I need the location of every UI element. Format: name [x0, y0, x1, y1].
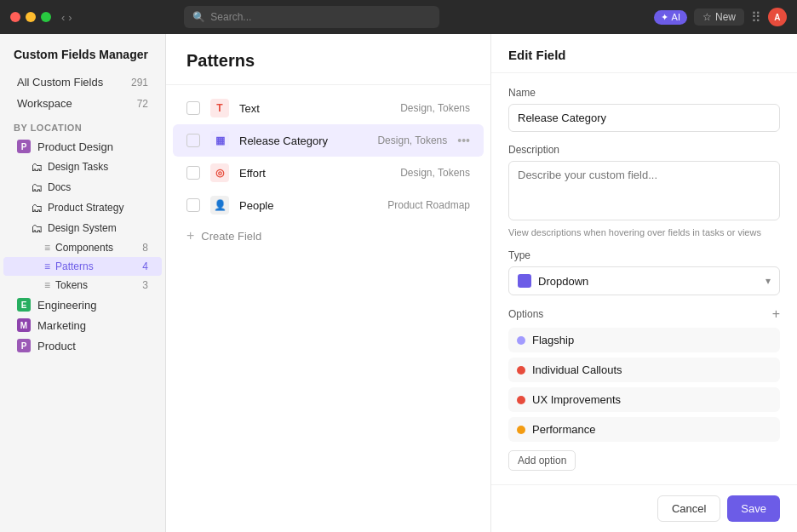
engineering-icon: E [17, 298, 31, 312]
option-performance: Performance [508, 417, 780, 442]
components-count: 8 [142, 242, 148, 254]
sidebar-item-components[interactable]: ≡ Components 8 [3, 238, 162, 257]
search-placeholder: Search... [210, 11, 251, 23]
search-icon: 🔍 [192, 11, 205, 23]
dropdown-select-icon [518, 274, 531, 288]
folder-icon: 🗂 [31, 160, 43, 174]
individual-callouts-label: Individual Callouts [532, 363, 622, 376]
tokens-count: 3 [142, 279, 148, 291]
folder-icon-docs: 🗂 [31, 180, 43, 194]
grid-icon[interactable]: ⠿ [751, 9, 761, 26]
edit-panel-header: Edit Field [491, 34, 797, 73]
sidebar-item-design-tasks[interactable]: 🗂 Design Tasks [3, 157, 162, 177]
effort-type-icon: ◎ [210, 163, 229, 182]
engineering-label: Engineering [37, 299, 96, 312]
by-location-label: BY LOCATION [0, 114, 165, 136]
text-type-icon: T [210, 99, 229, 117]
sidebar: Custom Fields Manager All Custom Fields … [0, 34, 166, 532]
field-checkbox-people[interactable] [186, 198, 200, 212]
forward-arrow[interactable]: › [68, 11, 72, 24]
field-row-effort[interactable]: ◎ Effort Design, Tokens [173, 157, 484, 189]
sidebar-item-engineering[interactable]: E Engineering [3, 295, 162, 315]
field-row-people[interactable]: 👤 People Product Roadmap [173, 189, 484, 221]
description-label: Description [508, 144, 780, 156]
sidebar-item-docs[interactable]: 🗂 Docs [3, 177, 162, 197]
product-design-label: Product Design [37, 140, 113, 153]
titlebar-right: ✦ AI ☆ New ⠿ A [654, 8, 787, 26]
maximize-button[interactable] [41, 12, 51, 22]
field-name-release-category: Release Category [239, 134, 367, 147]
components-label: Components [55, 242, 113, 254]
field-tags-people: Product Roadmap [387, 199, 470, 211]
sidebar-item-design-system[interactable]: 🗂 Design System [3, 218, 162, 238]
sidebar-item-product-strategy[interactable]: 🗂 Product Strategy [3, 197, 162, 218]
tokens-label: Tokens [55, 279, 88, 291]
sidebar-item-all-custom-fields[interactable]: All Custom Fields 291 [3, 72, 162, 93]
name-input[interactable] [508, 104, 780, 132]
option-ux-improvements: UX Improvements [508, 387, 780, 412]
description-hint: View descriptions when hovering over fie… [508, 227, 780, 237]
list-icon-patterns: ≡ [44, 260, 50, 272]
edit-panel-title: Edit Field [508, 48, 780, 62]
row-more-icon[interactable]: ••• [457, 134, 470, 147]
save-button[interactable]: Save [727, 495, 780, 522]
sidebar-item-product[interactable]: P Product [3, 335, 162, 356]
star-icon: ☆ [702, 11, 712, 23]
app-body: Custom Fields Manager All Custom Fields … [0, 34, 797, 532]
search-bar[interactable]: 🔍 Search... [184, 6, 439, 28]
folder-icon-design-system: 🗂 [31, 221, 43, 235]
sidebar-item-tokens[interactable]: ≡ Tokens 3 [3, 276, 162, 295]
add-option-label: Add option [518, 455, 566, 466]
patterns-label: Patterns [55, 260, 94, 272]
field-row-text[interactable]: T Text Design, Tokens [173, 92, 484, 124]
name-label: Name [508, 87, 780, 99]
close-button[interactable] [10, 12, 20, 22]
new-button[interactable]: ☆ New [694, 9, 744, 26]
marketing-icon: M [17, 318, 31, 332]
add-option-button[interactable]: Add option [508, 450, 576, 471]
marketing-label: Marketing [37, 319, 86, 332]
field-checkbox-effort[interactable] [186, 166, 200, 180]
fields-table: T Text Design, Tokens ▦ Release Category… [166, 85, 490, 532]
field-checkbox-release[interactable] [186, 134, 200, 147]
content-area: Patterns T Text Design, Tokens ▦ Release… [166, 34, 490, 532]
edit-panel: Edit Field Name Description View descrip… [490, 34, 797, 532]
option-flagship: Flagship [508, 328, 780, 352]
minimize-button[interactable] [26, 12, 36, 22]
ai-badge[interactable]: ✦ AI [654, 10, 687, 25]
product-label: Product [37, 340, 76, 352]
options-label: Options [508, 308, 543, 320]
add-option-plus-icon[interactable]: + [772, 307, 780, 321]
design-tasks-label: Design Tasks [48, 161, 108, 173]
field-row-release-category[interactable]: ▦ Release Category Design, Tokens ••• [173, 124, 484, 157]
create-field-label: Create Field [201, 230, 261, 243]
all-custom-fields-count: 291 [131, 77, 148, 89]
edit-panel-footer: Cancel Save [491, 484, 797, 532]
cancel-button[interactable]: Cancel [657, 495, 720, 522]
description-textarea[interactable] [508, 161, 780, 220]
sidebar-title: Custom Fields Manager [0, 48, 165, 72]
people-type-icon: 👤 [210, 196, 229, 215]
individual-callouts-dot [517, 366, 525, 375]
design-system-label: Design System [48, 222, 117, 234]
type-select[interactable]: Dropdown ▾ [508, 266, 780, 295]
ux-improvements-label: UX Improvements [532, 393, 621, 406]
traffic-lights [10, 12, 51, 22]
field-name-people: People [239, 199, 377, 212]
sidebar-item-patterns[interactable]: ≡ Patterns 4 [3, 257, 162, 276]
field-name-effort: Effort [239, 167, 390, 180]
patterns-count: 4 [142, 260, 148, 272]
plus-icon: + [186, 228, 194, 243]
create-field-button[interactable]: + Create Field [173, 221, 484, 250]
sidebar-item-product-design[interactable]: P Product Design [3, 136, 162, 157]
sidebar-item-marketing[interactable]: M Marketing [3, 315, 162, 335]
back-arrow[interactable]: ‹ [61, 11, 65, 24]
field-checkbox-text[interactable] [186, 101, 200, 115]
type-value: Dropdown [538, 275, 588, 288]
nav-arrows: ‹ › [61, 11, 72, 24]
field-tags-effort: Design, Tokens [400, 167, 470, 179]
sidebar-item-workspace[interactable]: Workspace 72 [3, 93, 162, 114]
type-label: Type [508, 249, 780, 261]
workspace-label: Workspace [17, 97, 72, 110]
titlebar: ‹ › 🔍 Search... ✦ AI ☆ New ⠿ A [0, 0, 797, 34]
